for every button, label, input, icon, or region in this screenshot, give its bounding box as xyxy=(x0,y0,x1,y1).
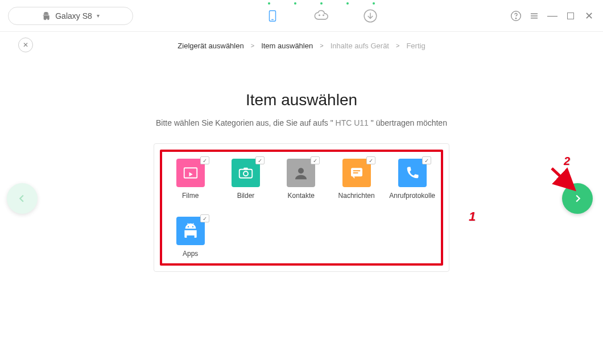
close-wizard-button[interactable]: ✕ xyxy=(18,38,33,52)
category-label: Anrufprotokolle xyxy=(389,192,435,200)
menu-button[interactable] xyxy=(528,10,540,22)
help-button[interactable] xyxy=(510,10,522,22)
movies-icon: ✓ xyxy=(176,159,205,187)
maximize-button[interactable] xyxy=(564,10,577,22)
svg-point-4 xyxy=(319,15,320,15)
prev-button[interactable] xyxy=(7,183,38,214)
svg-rect-13 xyxy=(239,169,253,178)
chevron-right-icon: > xyxy=(396,42,399,49)
category-contacts[interactable]: ✓ Kontakte xyxy=(279,159,324,200)
device-selector[interactable]: Galaxy S8 ▾ xyxy=(8,7,133,25)
category-label: Nachrichten xyxy=(338,192,375,200)
category-label: Filme xyxy=(182,192,199,200)
annotation-1: 1 xyxy=(469,209,476,224)
annotation-arrow-icon xyxy=(548,165,577,193)
window-controls: — ✕ xyxy=(510,10,595,22)
device-selector-label: Galaxy S8 xyxy=(55,11,92,20)
photos-icon: ✓ xyxy=(232,159,260,187)
svg-rect-12 xyxy=(184,168,197,178)
category-grid: ✓ Filme ✓ Bilder ✓ Kontakte xyxy=(160,150,443,266)
apps-icon: ✓ xyxy=(176,217,205,245)
category-label: Apps xyxy=(183,250,198,258)
checkbox-checked-icon[interactable]: ✓ xyxy=(200,156,209,164)
svg-point-0 xyxy=(45,13,46,14)
category-calls[interactable]: ✓ Anrufprotokolle xyxy=(389,159,435,200)
mode-switcher xyxy=(133,6,510,26)
checkbox-checked-icon[interactable]: ✓ xyxy=(200,214,209,222)
checkbox-checked-icon[interactable]: ✓ xyxy=(366,156,375,164)
indicator-dots xyxy=(268,2,375,5)
breadcrumb: Zielgerät auswählen > Item auswählen > I… xyxy=(177,42,425,50)
svg-point-16 xyxy=(298,168,304,173)
category-messages[interactable]: ✓ Nachrichten xyxy=(334,159,379,200)
svg-rect-17 xyxy=(351,168,362,176)
chevron-down-icon: ▾ xyxy=(97,13,100,19)
breadcrumb-step-2[interactable]: Item auswählen xyxy=(261,42,313,50)
minimize-button[interactable]: — xyxy=(546,10,559,22)
top-bar: Galaxy S8 ▾ — ✕ xyxy=(0,0,603,32)
category-label: Bilder xyxy=(237,192,255,200)
category-label: Kontakte xyxy=(288,192,315,200)
checkbox-checked-icon[interactable]: ✓ xyxy=(255,156,265,164)
close-window-button[interactable]: ✕ xyxy=(583,10,595,22)
svg-point-5 xyxy=(323,15,324,15)
breadcrumb-step-4: Fertig xyxy=(406,42,425,50)
checkbox-checked-icon[interactable]: ✓ xyxy=(422,156,431,164)
breadcrumb-step-1[interactable]: Zielgerät auswählen xyxy=(177,42,243,50)
calls-icon: ✓ xyxy=(398,159,427,187)
svg-point-14 xyxy=(243,171,248,176)
checkbox-checked-icon[interactable]: ✓ xyxy=(311,156,320,164)
svg-point-19 xyxy=(192,226,193,227)
category-apps[interactable]: ✓ Apps xyxy=(168,217,213,258)
breadcrumb-row: ✕ Zielgerät auswählen > Item auswählen >… xyxy=(0,32,603,59)
category-card: ✓ Filme ✓ Bilder ✓ Kontakte xyxy=(154,143,449,272)
chevron-right-icon: > xyxy=(251,42,254,49)
svg-point-8 xyxy=(515,18,516,18)
mode-download-button[interactable] xyxy=(360,6,381,26)
category-movies[interactable]: ✓ Filme xyxy=(168,159,213,200)
chevron-right-icon: > xyxy=(320,42,323,49)
page-title: Item auswählen xyxy=(0,91,603,109)
page-subtitle: Bitte wählen Sie Kategorien aus, die Sie… xyxy=(0,118,603,127)
main-content: Item auswählen Bitte wählen Sie Kategori… xyxy=(0,59,603,272)
svg-point-1 xyxy=(47,13,48,14)
android-icon xyxy=(42,11,51,20)
contacts-icon: ✓ xyxy=(287,159,315,187)
mode-phone-button[interactable] xyxy=(262,6,283,26)
category-photos[interactable]: ✓ Bilder xyxy=(223,159,268,200)
svg-rect-15 xyxy=(243,168,248,170)
svg-point-18 xyxy=(187,226,188,227)
breadcrumb-step-3: Inhalte aufs Gerät xyxy=(331,42,389,50)
messages-icon: ✓ xyxy=(342,159,371,187)
target-device-name: HTC U11 xyxy=(336,118,369,127)
mode-cloud-button[interactable] xyxy=(311,6,332,26)
